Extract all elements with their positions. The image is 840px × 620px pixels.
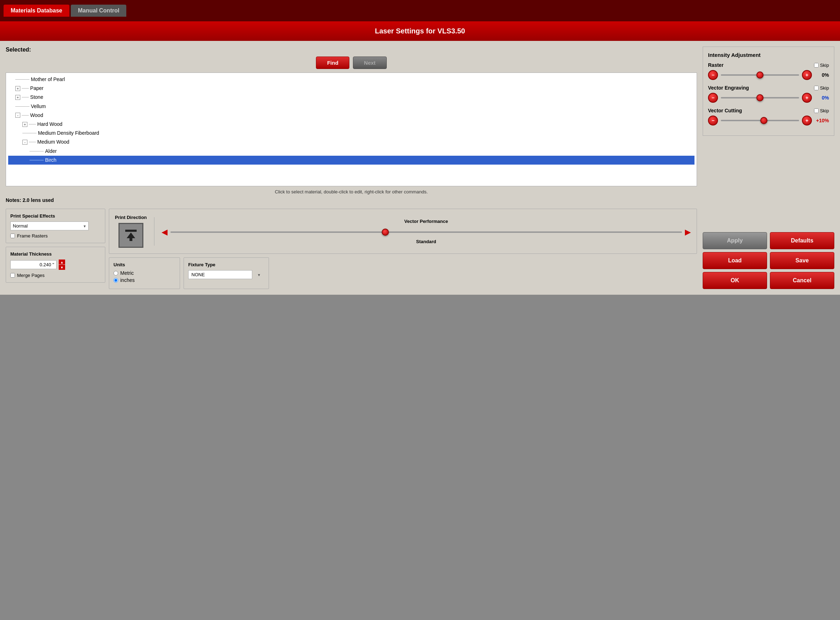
- special-effects-select[interactable]: Normal 3D Raster Stamp: [10, 221, 89, 230]
- tree-label: Wood: [30, 111, 43, 120]
- raster-value: 0%: [815, 72, 829, 78]
- action-row-load-save: Load Save: [703, 252, 834, 269]
- expand-icon-wood[interactable]: -: [15, 113, 20, 118]
- skip-raster-checkbox[interactable]: [814, 63, 819, 68]
- cancel-button[interactable]: Cancel: [770, 272, 834, 289]
- thickness-input[interactable]: [10, 260, 57, 269]
- vector-slider-label: Standard: [161, 239, 691, 244]
- divider: [154, 217, 154, 246]
- tree-item-mother-of-pearl[interactable]: ──── Mother of Pearl: [8, 75, 694, 84]
- panel-title-fixture: Fixture Type: [188, 262, 264, 267]
- vector-engraving-slider[interactable]: [721, 94, 799, 101]
- vector-slider-thumb[interactable]: [382, 229, 389, 236]
- merge-pages-checkbox[interactable]: [10, 273, 15, 278]
- raster-slider[interactable]: [721, 71, 799, 78]
- main-content: Selected: Find Next ──── Mother of Pearl…: [0, 41, 840, 295]
- svg-rect-2: [130, 238, 132, 241]
- tree-item-birch[interactable]: ──── Birch: [8, 156, 694, 165]
- vector-engraving-minus-button[interactable]: −: [708, 93, 718, 103]
- panel-units: Units Metric inches: [109, 257, 180, 289]
- frame-rasters-checkbox[interactable]: [10, 233, 15, 238]
- vector-slider-container[interactable]: [170, 229, 682, 236]
- tree-item-wood[interactable]: - ── Wood: [8, 111, 694, 120]
- special-effects-select-wrapper: Normal 3D Raster Stamp: [10, 221, 89, 230]
- material-tree[interactable]: ──── Mother of Pearl + ── Paper + ── Sto…: [6, 72, 697, 186]
- svg-rect-0: [125, 230, 137, 232]
- vector-performance-section: Vector Performance ◀ ▶ Standard: [161, 219, 691, 244]
- frame-rasters-row: Frame Rasters: [10, 233, 101, 239]
- next-button[interactable]: Next: [353, 57, 387, 69]
- units-fixture-row: Units Metric inches: [109, 257, 697, 289]
- tree-label: Paper: [30, 84, 44, 93]
- find-button[interactable]: Find: [316, 57, 349, 69]
- intensity-slider-row-vector-cutting: − + +10%: [708, 116, 829, 125]
- tree-item-paper[interactable]: + ── Paper: [8, 84, 694, 93]
- tree-item-hardwood[interactable]: + ── Hard Wood: [8, 120, 694, 129]
- units-metric-radio[interactable]: [113, 271, 118, 275]
- search-bar: Find Next: [6, 57, 697, 69]
- print-direction-svg: [124, 228, 138, 242]
- thickness-spinner: ▲ ▼: [59, 259, 65, 270]
- tree-item-medium-wood[interactable]: - ── Medium Wood: [8, 138, 694, 146]
- skip-raster-label: Skip: [820, 63, 829, 68]
- notes-text: Notes: 2.0 lens used: [6, 197, 697, 203]
- defaults-button[interactable]: Defaults: [770, 232, 834, 249]
- raster-thumb[interactable]: [756, 71, 763, 78]
- print-direction-icon[interactable]: [119, 223, 143, 248]
- tree-dash: ──: [29, 138, 36, 146]
- center-bottom: Print Direction: [109, 209, 697, 289]
- tab-bar: Materials Database Manual Control: [0, 0, 840, 21]
- vector-engraving-value: 0%: [815, 95, 829, 101]
- frame-rasters-label: Frame Rasters: [17, 233, 48, 239]
- tree-dash: ──: [22, 84, 29, 93]
- expand-icon-hardwood[interactable]: +: [23, 122, 27, 127]
- apply-button[interactable]: Apply: [703, 232, 767, 249]
- vector-cutting-plus-button[interactable]: +: [802, 116, 812, 125]
- fixture-select[interactable]: NONE Rotary Custom: [188, 270, 252, 279]
- thickness-down-button[interactable]: ▼: [59, 265, 65, 270]
- thickness-input-row: ▲ ▼: [10, 259, 101, 270]
- skip-vector-cutting-label: Skip: [820, 108, 829, 113]
- left-bottom-col: Print Special Effects Normal 3D Raster S…: [6, 209, 105, 289]
- ok-button[interactable]: OK: [703, 272, 767, 289]
- tab-manual-control[interactable]: Manual Control: [71, 5, 126, 17]
- main-outer: Selected: Find Next ──── Mother of Pearl…: [6, 47, 834, 289]
- expand-icon-paper[interactable]: +: [15, 86, 20, 91]
- vector-cutting-slider[interactable]: [721, 117, 799, 124]
- load-button[interactable]: Load: [703, 252, 767, 269]
- expand-icon-medium-wood[interactable]: -: [23, 140, 27, 145]
- raster-minus-button[interactable]: −: [708, 70, 718, 80]
- save-button[interactable]: Save: [770, 252, 834, 269]
- thickness-up-button[interactable]: ▲: [59, 259, 65, 265]
- vector-cutting-value: +10%: [815, 118, 829, 123]
- vector-cutting-minus-button[interactable]: −: [708, 116, 718, 125]
- dialog-title: Laser Settings for VLS3.50: [0, 21, 840, 41]
- tree-item-mdf[interactable]: ──── Medium Density Fiberboard: [8, 129, 694, 138]
- tree-label: Medium Density Fiberboard: [38, 129, 99, 138]
- units-inches-radio[interactable]: [113, 278, 118, 283]
- tree-dash: ──: [22, 93, 29, 102]
- vector-left-arrow[interactable]: ◀: [161, 227, 167, 237]
- skip-vector-engraving-label: Skip: [820, 85, 829, 91]
- raster-plus-button[interactable]: +: [802, 70, 812, 80]
- fixture-select-wrapper: NONE Rotary Custom: [188, 270, 264, 279]
- vector-engraving-plus-button[interactable]: +: [802, 93, 812, 103]
- intensity-label-raster: Raster: [708, 62, 724, 68]
- vector-right-arrow[interactable]: ▶: [685, 227, 691, 237]
- expand-icon-stone[interactable]: +: [15, 95, 20, 100]
- tree-item-alder[interactable]: ──── Alder: [8, 147, 694, 156]
- skip-vector-cutting-checkbox[interactable]: [814, 108, 819, 113]
- right-area: Intensity Adjustment Raster Skip −: [703, 47, 834, 289]
- vector-cutting-thumb[interactable]: [760, 117, 768, 124]
- intensity-row-raster: Raster Skip − +: [708, 62, 829, 80]
- vector-engraving-thumb[interactable]: [756, 94, 763, 101]
- skip-vector-engraving-checkbox[interactable]: [814, 86, 819, 90]
- bottom-panels: Print Special Effects Normal 3D Raster S…: [6, 209, 697, 289]
- tree-item-stone[interactable]: + ── Stone: [8, 93, 694, 102]
- tree-item-vellum[interactable]: ──── Vellum: [8, 102, 694, 111]
- panel-direction-vector: Print Direction: [109, 209, 697, 254]
- tab-materials-database[interactable]: Materials Database: [3, 5, 69, 17]
- action-row-apply-defaults: Apply Defaults: [703, 232, 834, 249]
- center-area: Selected: Find Next ──── Mother of Pearl…: [6, 47, 697, 289]
- action-buttons: Apply Defaults Load Save OK Cancel: [703, 232, 834, 289]
